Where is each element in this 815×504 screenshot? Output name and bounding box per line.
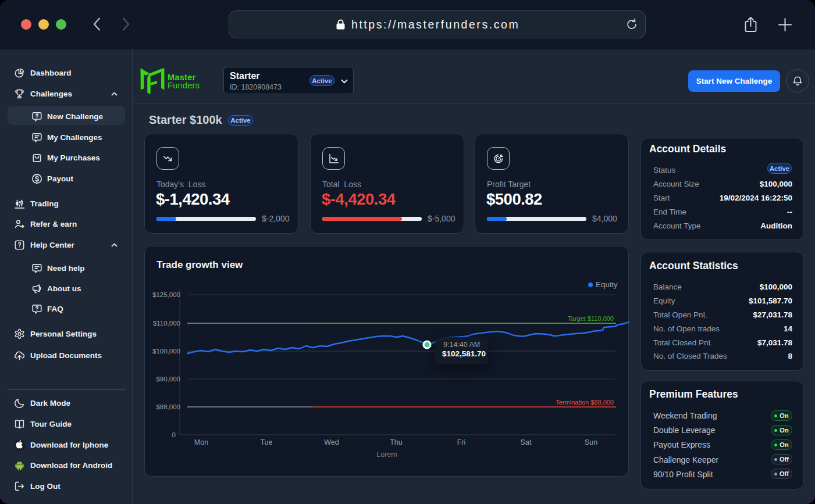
svg-text:0: 0 — [172, 431, 176, 438]
svg-text:Wed: Wed — [324, 438, 339, 446]
svg-text:$88,000: $88,000 — [156, 403, 180, 410]
svg-text:Sun: Sun — [585, 438, 597, 446]
svg-text:Thu: Thu — [390, 438, 403, 446]
svg-text:$125,000: $125,000 — [152, 291, 180, 298]
svg-text:Tue: Tue — [260, 438, 272, 446]
svg-text:Target $110,000: Target $110,000 — [568, 315, 614, 322]
svg-text:$90,000: $90,000 — [156, 376, 180, 383]
svg-text:Sat: Sat — [521, 438, 532, 446]
svg-text:$110,000: $110,000 — [153, 320, 180, 327]
svg-text:Mon: Mon — [194, 438, 208, 446]
svg-text:Lorem: Lorem — [376, 451, 397, 459]
svg-text:Termination $88,000: Termination $88,000 — [556, 399, 614, 406]
svg-text:Fri: Fri — [457, 438, 466, 446]
svg-text:$100,000: $100,000 — [152, 348, 180, 355]
